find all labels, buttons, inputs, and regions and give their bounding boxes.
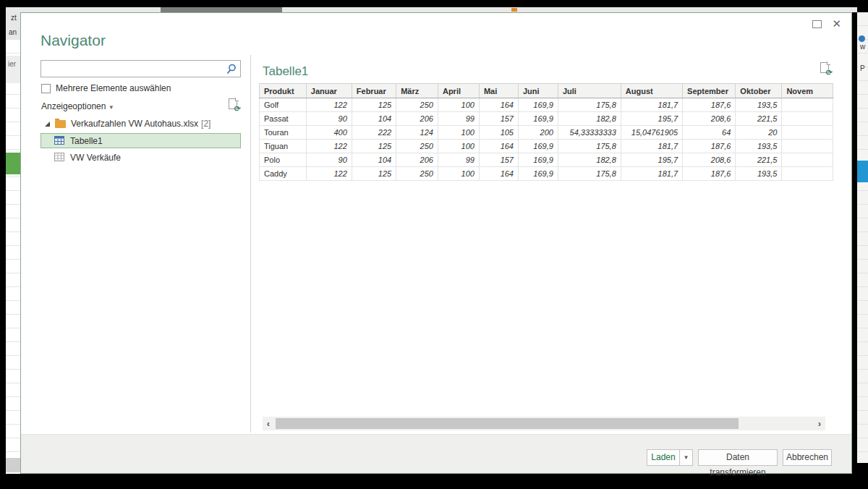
search-icon[interactable] [226, 64, 237, 77]
search-input[interactable] [44, 62, 224, 75]
value-cell: 169,9 [518, 167, 558, 181]
panel-divider [250, 55, 251, 433]
background-text-fragment: ier [8, 60, 16, 68]
refresh-icon[interactable]: ⟳ [819, 62, 831, 75]
background-orange-marker [511, 8, 517, 12]
load-dropdown-arrow[interactable]: ▾ [679, 449, 693, 466]
value-cell: 100 [438, 167, 479, 181]
close-icon[interactable]: ✕ [832, 19, 841, 29]
column-header: Oktober [736, 84, 782, 98]
table-row: Touran40022212410010520054,3333333315,04… [260, 126, 833, 140]
value-cell: 169,9 [518, 140, 558, 153]
multi-select-row[interactable]: Mehrere Elemente auswählen [41, 83, 171, 93]
value-cell: 250 [396, 98, 438, 112]
value-cell: 222 [352, 126, 396, 140]
workbook-name: Verkaufzahlen VW Autohaus.xlsx [71, 119, 198, 129]
table-row: Passat9010420699157169,9182,8195,7208,62… [260, 112, 833, 126]
multi-select-checkbox[interactable] [41, 84, 51, 93]
cancel-button[interactable]: Abbrechen [783, 449, 832, 466]
background-excel-selected-cell [6, 153, 20, 174]
preview-title: Tabelle1 [263, 64, 308, 79]
dialog-footer: Laden ▾ Daten transformieren Abbrechen [21, 434, 851, 473]
maximize-icon[interactable] [812, 20, 822, 28]
scrollbar-track[interactable] [274, 418, 814, 429]
tree-root-workbook[interactable]: Verkaufzahlen VW Autohaus.xlsx [2] [21, 116, 250, 132]
column-header: April [438, 84, 479, 98]
value-cell: 193,5 [736, 140, 782, 153]
value-cell: 181,7 [621, 167, 682, 181]
value-cell: 195,7 [621, 153, 682, 167]
value-cell: 221,5 [736, 112, 782, 126]
background-text-fragment: w [860, 43, 865, 51]
value-cell: 182,8 [558, 153, 621, 167]
value-cell: 187,6 [683, 167, 736, 181]
transform-data-button[interactable]: Daten transformieren [698, 449, 778, 466]
column-header: August [621, 84, 682, 98]
expander-icon[interactable] [45, 122, 50, 127]
value-cell: 169,9 [518, 153, 558, 167]
value-cell: 90 [306, 153, 352, 167]
scroll-right-icon[interactable]: › [814, 418, 825, 429]
value-cell: 104 [352, 153, 396, 167]
value-cell: 164 [479, 140, 518, 153]
value-cell: 182,8 [558, 112, 621, 126]
value-cell: 100 [438, 126, 479, 140]
value-cell: 200 [518, 126, 558, 140]
scroll-left-icon[interactable]: ‹ [263, 418, 274, 429]
value-cell: 100 [438, 98, 479, 112]
value-cell: 193,5 [736, 167, 782, 181]
value-cell: 250 [396, 167, 438, 181]
value-cell: 125 [352, 140, 396, 153]
value-cell: 104 [352, 112, 396, 126]
background-text-fragment: P [860, 64, 865, 72]
value-cell: 99 [438, 153, 479, 167]
horizontal-scrollbar[interactable]: ‹ › [263, 417, 825, 430]
load-button[interactable]: Laden [647, 449, 680, 466]
column-header: Juni [518, 84, 558, 98]
multi-select-label: Mehrere Elemente auswählen [56, 83, 171, 93]
refresh-icon[interactable]: ⟳ [227, 98, 239, 111]
product-cell: Polo [260, 153, 307, 167]
column-header: Produkt [260, 84, 307, 98]
preview-table-container: ProduktJanuarFebruarMärzAprilMaiJuniJuli… [259, 83, 833, 182]
background-blue-dot [859, 35, 865, 42]
value-cell: 157 [479, 112, 518, 126]
search-box[interactable] [41, 60, 241, 77]
scrollbar-thumb[interactable] [276, 418, 739, 429]
value-cell: 250 [396, 140, 438, 153]
value-cell: 64 [683, 126, 736, 140]
tree-item-label: VW Verkäufe [70, 153, 121, 163]
value-cell: 208,6 [683, 153, 736, 167]
table-row: Caddy122125250100164169,9175,8181,7187,6… [260, 167, 833, 181]
table-row: Tiguan122125250100164169,9175,8181,7187,… [260, 140, 833, 153]
background-excel-statusbar [6, 458, 20, 472]
tree-item-vw-verkaeufe[interactable]: VW Verkäufe [41, 150, 241, 165]
screen: zt an ier w P ✕ Navigator Me [0, 0, 868, 489]
window-controls: ✕ [812, 19, 841, 29]
value-cell: 206 [396, 153, 438, 167]
value-cell: 175,8 [558, 98, 621, 112]
value-cell: 54,33333333 [558, 126, 621, 140]
column-header: März [396, 84, 438, 98]
navigator-dialog: ✕ Navigator Mehrere Elemente auswählen A… [20, 12, 852, 474]
value-cell: 99 [438, 112, 479, 126]
column-header: Mai [479, 84, 518, 98]
value-cell: 122 [306, 167, 352, 181]
column-header: September [683, 84, 736, 98]
value-cell [782, 140, 833, 153]
value-cell: 125 [352, 167, 396, 181]
value-cell: 122 [306, 98, 352, 112]
display-options-dropdown[interactable]: Anzeigeoptionen▾ [41, 101, 113, 111]
product-cell: Caddy [260, 167, 307, 181]
value-cell: 169,9 [518, 112, 558, 126]
tree-item-tabelle1[interactable]: Tabelle1 [41, 133, 241, 148]
value-cell [782, 167, 833, 181]
value-cell: 181,7 [621, 98, 682, 112]
value-cell: 187,6 [683, 98, 736, 112]
column-header: Februar [352, 84, 396, 98]
value-cell: 175,8 [558, 167, 621, 181]
tree-item-label: Tabelle1 [70, 136, 103, 146]
value-cell [782, 98, 833, 112]
background-excel-right-sliver: w P [857, 12, 868, 463]
column-header: Novem [782, 84, 833, 98]
